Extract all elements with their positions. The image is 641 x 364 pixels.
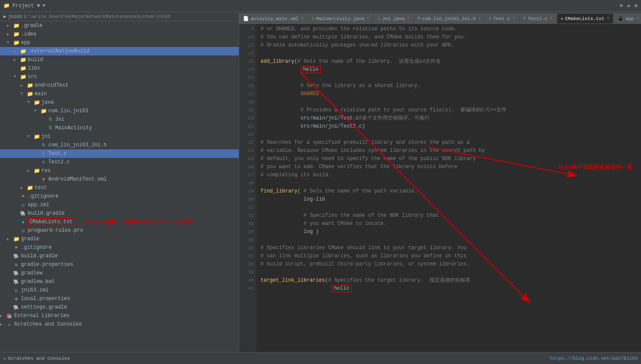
sidebar-item-settings-gradle[interactable]: 🐘 settings.gradle <box>0 303 239 312</box>
sidebar-item-java[interactable]: ▼ 📁 java <box>0 98 239 107</box>
tab-icon-jni-h: h <box>418 16 421 21</box>
code-line-30: log-lib <box>260 195 641 203</box>
sidebar-item-local-props[interactable]: ⚙ local.properties <box>0 294 239 303</box>
sidebar-item-idea[interactable]: ▶ 📁 .idea <box>0 30 239 38</box>
line-numbers: 9 10 11 12 13 14 15 16 17 18 19 20 21 22… <box>239 24 256 352</box>
sidebar: ▶ jni63 E:\write_board\HyMajorNetworkMai… <box>0 12 239 352</box>
code-line-32: # Specifies the name of the NDK library … <box>260 211 641 219</box>
sidebar-item-gradle-folder[interactable]: ▶ 📁 gradle <box>0 235 239 243</box>
scratches-icon: ✏ <box>3 355 6 361</box>
tab-activity-main[interactable]: 📄 activity_main.xml × <box>239 13 307 23</box>
code-line-10: # You can define multiple libraries, and… <box>260 33 641 41</box>
tab-close-test-c[interactable]: × <box>513 16 515 21</box>
tab-icon-test-c: c <box>489 16 492 21</box>
tab-close-app[interactable]: × <box>636 16 639 21</box>
sidebar-item-jni63-iml[interactable]: ◻ jni63.iml <box>0 286 239 294</box>
editor-area: 📄 activity_main.xml × G MainActivity.jav… <box>239 12 641 352</box>
tab-test2-c[interactable]: c Test2.c × <box>520 13 556 23</box>
tab-icon-cmake: ▲ <box>561 16 563 21</box>
title-label[interactable]: Project ▼ <box>12 3 40 9</box>
layout-icon[interactable]: ⇄ <box>627 3 630 9</box>
sidebar-item-gradle[interactable]: ▶ 📁 .gradle <box>0 21 239 30</box>
code-line-11: # Gradle automatically packages shared l… <box>260 41 641 49</box>
sidebar-item-build-gradle-app[interactable]: 🐘 build.gradle <box>0 209 239 218</box>
project-tree-icon: ▶ <box>3 14 6 19</box>
sidebar-item-gradlew-bat[interactable]: 🐘 gradlew.bat <box>0 277 239 286</box>
bottom-bar: ✏ Scratches and Consoles https://blog.cs… <box>0 352 641 364</box>
sidebar-item-manifest[interactable]: x AndroidManifest.xml <box>0 175 239 183</box>
sidebar-item-proguard[interactable]: ◻ proguard-rules.pro <box>0 226 239 235</box>
project-icon: 📁 <box>3 3 10 9</box>
code-line-14: hello <box>260 65 641 73</box>
tab-close-activity-main[interactable]: × <box>301 16 304 21</box>
code-content[interactable]: # or SHARED, and provides the relative p… <box>256 24 641 352</box>
code-line-9: # or SHARED, and provides the relative p… <box>260 25 641 33</box>
sidebar-item-jni-folder[interactable]: ▼ 📁 jni <box>0 132 239 141</box>
sidebar-item-test-folder[interactable]: ▶ 📁 test <box>0 183 239 192</box>
tab-icon-java: G <box>312 16 315 21</box>
code-line-23: # Searches for a specified prebuilt libr… <box>260 138 641 146</box>
tab-test-c[interactable]: c Test.c × <box>485 13 519 23</box>
title-dropdown-icon[interactable]: ▼ <box>43 3 45 8</box>
sidebar-item-gitignore-app[interactable]: ⚑ .gitignore <box>0 192 239 201</box>
sidebar-item-res[interactable]: ▶ 📁 res <box>0 166 239 175</box>
tab-mainactivity[interactable]: G MainActivity.java × <box>308 13 373 23</box>
code-line-40: target_link_libraries( # Specifies the t… <box>260 276 641 284</box>
sidebar-item-gradle-props[interactable]: ⚙ gradle.properties <box>0 260 239 269</box>
code-line-20: src/main/jni/Test.c #多个文件用空格隔开, 可换行 <box>260 114 641 122</box>
main-layout: ▶ jni63 E:\write_board\HyMajorNetworkMai… <box>0 12 641 352</box>
settings-icon[interactable]: ⚙ <box>635 3 638 9</box>
tab-close-test2-c[interactable]: × <box>550 16 553 21</box>
sidebar-item-scratches[interactable]: ▶ ✏ Scratches and Consoles <box>0 320 239 329</box>
tab-bar: 📄 activity_main.xml × G MainActivity.jav… <box>239 12 641 24</box>
sidebar-item-src[interactable]: ▼ 📁 src <box>0 73 239 81</box>
sidebar-item-gradlew[interactable]: 🐘 gradlew <box>0 269 239 277</box>
sidebar-item-gitignore-root[interactable]: ⚑ .gitignore <box>0 243 239 252</box>
sidebar-item-test-c[interactable]: c Test.c <box>0 149 239 158</box>
sidebar-item-mainactivity[interactable]: G MainActivity <box>0 124 239 132</box>
tab-cmake[interactable]: ▲ CMakeLists.txt × <box>557 13 613 23</box>
code-line-24: # variable. Because CMake includes syste… <box>260 146 641 154</box>
title-bar-icons: ⊕ ⇄ ⚙ <box>620 3 638 9</box>
sidebar-item-build[interactable]: ▶ 📁 build <box>0 55 239 64</box>
code-line-17: SHARED <box>260 90 641 98</box>
project-root-label: jni63 <box>8 14 22 19</box>
sidebar-item-test2-c[interactable]: c Test2.c <box>0 158 239 166</box>
sync-icon[interactable]: ⊕ <box>620 3 623 9</box>
sidebar-header: ▶ jni63 E:\write_board\HyMajorNetworkMai… <box>0 12 239 21</box>
tab-close-cmake[interactable]: × <box>607 16 609 21</box>
code-line-33: # you want CMake to locate. <box>260 219 641 227</box>
sidebar-item-androidtest[interactable]: ▶ 📁 androidTest <box>0 81 239 90</box>
sidebar-item-app[interactable]: ▼ 📁 app <box>0 38 239 47</box>
tab-app[interactable]: 📱 app × <box>614 13 641 23</box>
hello-highlight-top: hello <box>301 66 321 73</box>
code-line-34: log ) <box>260 227 641 236</box>
sidebar-item-build-gradle-root[interactable]: 🐘 build.gradle <box>0 252 239 260</box>
sidebar-item-app-iml[interactable]: ◻ app.iml <box>0 201 239 209</box>
sidebar-item-external-native[interactable]: ▶ 📁 .externalNativeBuild <box>0 47 239 55</box>
tab-close-mainactivity[interactable]: × <box>367 16 369 21</box>
tab-close-jni[interactable]: × <box>407 16 410 21</box>
tab-icon-app: 📱 <box>618 16 623 21</box>
tab-jni[interactable]: G Jni.java × <box>374 13 413 23</box>
sidebar-item-jni-h[interactable]: h com_lin_jni63_Jni.h <box>0 141 239 149</box>
code-line-21: src/main/jni/Test2.c) <box>260 122 641 130</box>
tab-close-jni-h[interactable]: × <box>478 16 481 21</box>
sidebar-item-libs[interactable]: 📁 libs <box>0 64 239 73</box>
code-line-15 <box>260 73 641 82</box>
code-line-18 <box>260 98 641 106</box>
hello-highlight-bottom: hello <box>331 285 352 292</box>
scratches-consoles[interactable]: ✏ Scratches and Consoles <box>3 355 70 361</box>
code-line-39 <box>260 268 641 276</box>
code-line-29: find_library( # Sets the name of the pat… <box>260 187 641 195</box>
code-line-25: # default, you only need to specify the … <box>260 154 641 163</box>
sidebar-item-external-libs[interactable]: ▶ 📚 External Libraries <box>0 312 239 320</box>
sidebar-item-main[interactable]: ▼ 📁 main <box>0 90 239 98</box>
sidebar-item-cmake[interactable]: ▲ CMakeLists.txt <box>0 218 239 226</box>
sidebar-item-jni-java[interactable]: G Jni <box>0 115 239 124</box>
sidebar-item-package[interactable]: ▼ 📁 com.lin.jni63 <box>0 107 239 115</box>
code-line-19: # Provides a relative path to your sourc… <box>260 106 641 114</box>
code-line-37: # can link multiple libraries, such as l… <box>260 252 641 260</box>
code-line-28 <box>260 179 641 187</box>
tab-jni-h[interactable]: h com_lin_jni63_Jni.h × <box>414 13 485 23</box>
